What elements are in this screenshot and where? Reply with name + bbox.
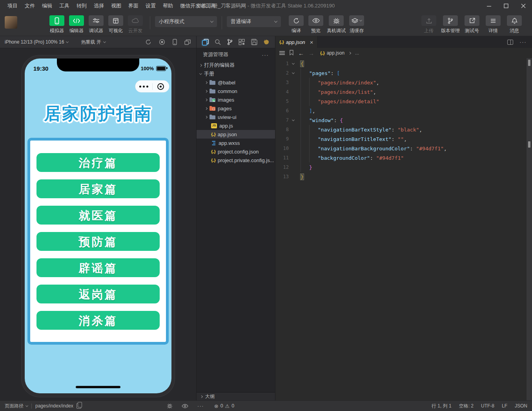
code-line-10[interactable]: 10"navigationBarBackgroundColor": "#94d7… xyxy=(275,144,532,153)
phone-menu-button-5[interactable]: 辟谣篇 xyxy=(36,258,160,277)
minimize-button[interactable] xyxy=(480,0,497,12)
tree-item-app.json[interactable]: {..}app.json xyxy=(197,130,275,139)
tree-item-app.wxss[interactable]: app.wxss xyxy=(197,139,275,147)
code-line-12[interactable]: 12} xyxy=(275,163,532,172)
more-dots-icon[interactable] xyxy=(135,86,152,88)
tree-item-@babel[interactable]: @babel xyxy=(197,78,275,87)
menu-帮助[interactable]: 帮助 xyxy=(159,0,177,12)
clear-cache-button[interactable]: 清缓存 xyxy=(347,15,366,34)
branch-icon[interactable] xyxy=(227,39,233,45)
tree-item-pages[interactable]: pages xyxy=(197,104,275,113)
sliders-icon xyxy=(93,18,99,23)
code-line-13[interactable]: 13} xyxy=(275,172,532,181)
tree-item-common[interactable]: common xyxy=(197,87,275,95)
menu-工具[interactable]: 工具 xyxy=(56,0,73,12)
phone-menu-button-1[interactable]: 治疗篇 xyxy=(36,153,160,172)
breadcrumb-file[interactable]: {..} app.json xyxy=(320,50,344,56)
close-button[interactable] xyxy=(515,0,532,12)
split-editor-icon[interactable] xyxy=(507,40,513,45)
code-line-4[interactable]: 4"pages/index/list", xyxy=(275,87,532,97)
tree-item-project.private.config.js...[interactable]: {..}project.private.config.js... xyxy=(197,156,275,164)
compile-button[interactable]: 编译 xyxy=(286,15,306,34)
code-line-5[interactable]: 5"pages/index/detail" xyxy=(275,97,532,106)
hand-icon[interactable] xyxy=(263,39,270,45)
fold-chevron-icon[interactable] xyxy=(289,63,297,65)
code-line-2[interactable]: 2"pages": [ xyxy=(275,68,532,78)
bug-icon[interactable] xyxy=(167,403,173,409)
phone-menu-button-7[interactable]: 消杀篇 xyxy=(36,311,160,330)
version-manage-button[interactable]: 版本管理 xyxy=(439,15,461,34)
bookmark-icon[interactable] xyxy=(289,50,294,57)
test-account-button[interactable]: 测试号 xyxy=(461,15,483,34)
avatar[interactable] xyxy=(5,16,17,29)
remote-debug-button[interactable]: 真机调试 xyxy=(326,15,347,34)
minimize-target-icon[interactable] xyxy=(153,83,169,90)
forward-icon[interactable]: → xyxy=(308,50,314,56)
copy-icon[interactable] xyxy=(77,403,81,409)
grid-icon[interactable] xyxy=(239,39,245,45)
rotate-icon[interactable] xyxy=(145,39,151,45)
device-select[interactable]: iPhone 12/13 (Pro) 100% 16 xyxy=(5,39,68,45)
menu-设置[interactable]: 设置 xyxy=(142,0,159,12)
phone-menu-button-3[interactable]: 就医篇 xyxy=(36,206,160,225)
menu-文件[interactable]: 文件 xyxy=(21,0,38,12)
hot-reload-toggle[interactable]: 热重载 开 xyxy=(81,39,105,46)
files-icon[interactable] xyxy=(202,39,209,46)
outline-list-icon[interactable] xyxy=(279,50,285,56)
more-actions-icon[interactable]: ··· xyxy=(262,51,269,58)
status-LF[interactable]: LF xyxy=(502,403,507,409)
code-line-8[interactable]: 8"navigationBarTextStyle": "black", xyxy=(275,125,532,134)
menu-界面[interactable]: 界面 xyxy=(125,0,142,12)
compile-select[interactable]: 普通编译 xyxy=(227,16,281,27)
code-line-9[interactable]: 9"navigationBarTitleText": "", xyxy=(275,134,532,144)
simulator-button[interactable]: 模拟器 xyxy=(47,15,67,34)
code-line-3[interactable]: 3"pages/index/index", xyxy=(275,78,532,87)
windows-icon[interactable] xyxy=(184,39,191,45)
fold-chevron-icon[interactable] xyxy=(289,72,297,74)
code-line-6[interactable]: 6], xyxy=(275,106,532,115)
phone-menu-button-2[interactable]: 居家篇 xyxy=(36,179,160,198)
status-JSON[interactable]: JSON xyxy=(515,403,527,409)
fold-chevron-icon[interactable] xyxy=(289,119,297,121)
status--2[interactable]: 空格: 2 xyxy=(459,403,474,409)
tree-item-uview-ui[interactable]: uview-ui xyxy=(197,113,275,121)
code-line-11[interactable]: 11"backgroundColor": "#94d7f1" xyxy=(275,153,532,163)
outline-section[interactable]: 大纲 xyxy=(197,392,275,400)
phone-menu-button-6[interactable]: 返岗篇 xyxy=(36,285,160,303)
menu-项目[interactable]: 项目 xyxy=(4,0,21,12)
tree-item-app.js[interactable]: JSapp.js xyxy=(197,121,275,130)
tab-app-json[interactable]: {..} app.json × xyxy=(275,36,318,48)
message-button[interactable]: 消息 xyxy=(504,15,525,34)
visualize-button[interactable]: 可视化 xyxy=(106,15,126,34)
menu-转到[interactable]: 转到 xyxy=(73,0,90,12)
code-line-7[interactable]: 7"window": { xyxy=(275,115,532,125)
back-icon[interactable]: ← xyxy=(298,50,304,56)
editor-button[interactable]: 编辑器 xyxy=(67,15,86,34)
page-path-label[interactable]: 页面路径 xyxy=(5,403,24,409)
code-line-1[interactable]: 1{ xyxy=(275,59,532,68)
preview-button[interactable]: 预览 xyxy=(306,15,326,34)
code-editor[interactable]: 1{2"pages": [3"pages/index/index",4"page… xyxy=(275,58,532,400)
maximize-button[interactable] xyxy=(497,0,515,12)
tree-item-project.config.json[interactable]: {..}project.config.json xyxy=(197,147,275,156)
eye-icon[interactable] xyxy=(182,404,188,408)
record-icon[interactable] xyxy=(159,39,165,45)
search-icon[interactable] xyxy=(215,39,221,45)
tree-item--[interactable]: 打开的编辑器 xyxy=(197,61,275,69)
tree-item-images[interactable]: images xyxy=(197,95,275,104)
save-icon[interactable] xyxy=(251,39,257,45)
details-button[interactable]: 详情 xyxy=(483,15,504,34)
phone-menu-button-4[interactable]: 预防篇 xyxy=(36,232,160,251)
mode-select[interactable]: 小程序模式 xyxy=(155,16,217,27)
debugger-button[interactable]: 调试器 xyxy=(86,15,106,34)
problems-indicator[interactable]: ⊗ 0 ⚠ 0 xyxy=(214,403,234,409)
editor-scrollbar[interactable] xyxy=(526,58,532,400)
menu-视图[interactable]: 视图 xyxy=(107,0,125,12)
close-tab-icon[interactable]: × xyxy=(310,39,313,45)
status--1-1[interactable]: 行 1, 列 1 xyxy=(432,403,452,409)
device-icon[interactable] xyxy=(173,39,177,45)
status-UTF-8[interactable]: UTF-8 xyxy=(481,403,494,409)
menu-编辑[interactable]: 编辑 xyxy=(38,0,56,12)
tree-item--[interactable]: 手册 xyxy=(197,69,275,78)
menu-选择[interactable]: 选择 xyxy=(90,0,107,12)
